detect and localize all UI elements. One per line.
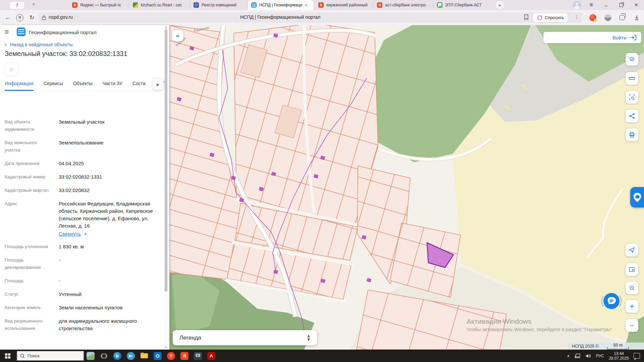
scroll-up-icon[interactable]: ▲ xyxy=(164,26,168,29)
browser-tab[interactable]: Я аст-сбербанк электронна xyxy=(374,0,433,10)
favorite-star-button[interactable]: ☆ xyxy=(5,63,18,76)
field-label: Кадастровый квартал xyxy=(5,187,52,194)
tab-divider xyxy=(190,3,190,7)
tab-divider xyxy=(129,3,129,7)
start-button[interactable] xyxy=(0,350,15,362)
yandex-browser-icon[interactable]: Y xyxy=(164,350,178,362)
profile-avatar[interactable] xyxy=(573,1,581,9)
outlook-icon[interactable]: O xyxy=(151,350,164,362)
chat-assistant-button[interactable] xyxy=(599,289,624,313)
widgets-button[interactable] xyxy=(84,350,97,362)
ruler-button[interactable] xyxy=(626,72,638,85)
refresh-button[interactable]: ↻ xyxy=(28,10,36,25)
watermark-subtitle: Чтобы активировать Windows, перейдите в … xyxy=(467,326,613,333)
legend-label: Легенда xyxy=(179,335,201,341)
yandex-search-icon[interactable]: Я xyxy=(15,10,25,25)
cadastral-map[interactable]: Киржач Ефаново xyxy=(169,25,644,350)
my-location-button[interactable] xyxy=(626,244,638,256)
action-center-icon[interactable] xyxy=(634,353,640,359)
bear-pin-icon xyxy=(632,192,643,203)
taskbar-search[interactable]: Поиск xyxy=(17,351,84,361)
layers-button[interactable] xyxy=(626,53,638,66)
collapse-panel-button[interactable]: « xyxy=(172,30,183,41)
back-to-results-link[interactable]: ‹ Назад в найденные объекты xyxy=(5,41,72,48)
volume-icon[interactable] xyxy=(585,353,591,359)
field-row: Вид земельного участкаЗемлепользование xyxy=(5,139,160,154)
zoom-in-button[interactable]: + xyxy=(626,300,638,313)
legend-expand-icon[interactable]: ∧∨ xyxy=(307,335,310,341)
language-indicator[interactable]: РУС xyxy=(596,354,604,358)
search-placeholder: Поиск xyxy=(28,353,40,358)
file-explorer-icon[interactable] xyxy=(138,350,151,362)
task-view-button[interactable] xyxy=(97,350,111,362)
screenshot-tool-icon[interactable] xyxy=(191,350,205,362)
ask-alice-button[interactable]: Спросить xyxy=(533,13,568,22)
portal-menu-icon[interactable]: ≡ xyxy=(5,28,9,36)
object-title: Земельный участок: 33:02:020832:1331 xyxy=(5,50,127,58)
tab-objects[interactable]: Объекты xyxy=(73,78,93,91)
tab-composition[interactable]: Соста xyxy=(132,78,146,91)
zoom-out-button[interactable]: − xyxy=(626,319,638,332)
toolbar-divider xyxy=(585,15,586,20)
telegram-icon[interactable] xyxy=(124,350,138,362)
scrollbar-thumb[interactable] xyxy=(165,29,167,292)
hidden-icons-chevron[interactable]: ∧ xyxy=(567,354,570,358)
downloads-icon[interactable] xyxy=(632,10,641,25)
ruler-icon xyxy=(629,75,635,82)
object-info-panel: ≡ Геоинформационный портал ‹ Назад в най… xyxy=(0,25,169,350)
minimize-button[interactable]: – xyxy=(600,0,612,10)
close-tab-icon[interactable]: × xyxy=(305,3,308,8)
nspd-assistant-tab[interactable] xyxy=(630,187,644,207)
field-value: - xyxy=(59,277,60,285)
bookmark-icon[interactable] xyxy=(524,14,529,21)
yandex-app-icon[interactable]: Я xyxy=(178,350,191,362)
alice-extension-icon[interactable] xyxy=(589,14,596,21)
restore-icon xyxy=(620,3,623,7)
field-label: Вид земельного участка xyxy=(5,139,52,154)
tab-parcel-parts[interactable]: Части ЗУ xyxy=(102,78,122,91)
share-button[interactable] xyxy=(626,110,638,122)
back-button[interactable]: ← xyxy=(3,10,12,25)
new-tab-button[interactable]: + xyxy=(496,1,504,9)
shield-extension-icon[interactable] xyxy=(604,14,611,21)
browser-tab[interactable]: ЭТП Сбербанк-АСТ xyxy=(434,0,491,10)
field-row: СтатусУчтенный xyxy=(5,291,160,298)
address-bar[interactable]: nspd.gov.ru НСПД | Геоинформационный пор… xyxy=(39,12,583,23)
tabs-scroll-right-button[interactable]: ▶ xyxy=(153,79,163,90)
login-button[interactable]: Войти xyxy=(543,32,641,43)
tab-services[interactable]: Сервисы xyxy=(44,78,63,91)
tab-title: ЭТП Сбербанк-АСТ xyxy=(445,3,482,7)
print-button[interactable] xyxy=(626,128,638,141)
tab-information[interactable]: Информация xyxy=(5,78,34,91)
browser-toolbar: ← Я ↻ nspd.gov.ru НСПД | Геоинформационн… xyxy=(0,10,644,25)
address-more-icon[interactable]: ⋮ xyxy=(573,14,580,19)
restore-window-button[interactable] xyxy=(615,0,627,10)
field-value: 33:02:020832 xyxy=(59,187,90,194)
tab-counter[interactable]: 7 xyxy=(9,1,25,9)
browser-tab[interactable]: Я киржачский районный су xyxy=(315,0,373,10)
field-row-address: Адрес Российская Федерация, Владимирская… xyxy=(5,200,160,237)
browser-tab[interactable]: kirzhach.su Reart - систем xyxy=(129,0,189,10)
tab-list-dropdown-icon[interactable]: ∨ xyxy=(32,2,35,6)
legend-bar[interactable]: Легенда ∧∨ xyxy=(173,330,317,345)
area-search-button[interactable] xyxy=(626,91,638,104)
taskbar-clock[interactable]: 13:44 28.07.2025 xyxy=(609,351,629,361)
zoom-to-object-button[interactable] xyxy=(626,282,638,294)
browser-menu-icon[interactable]: ≡ xyxy=(586,0,597,10)
field-row: Категория земельЗемли населенных пунктов xyxy=(5,304,160,311)
back-link-label: Назад в найденные объекты xyxy=(10,42,72,47)
scale-control: 50 m xyxy=(607,343,629,349)
acrobat-icon[interactable]: A xyxy=(205,350,218,362)
panel-scrollbar[interactable]: ▲ ▼ xyxy=(164,25,168,350)
collapse-address-link[interactable]: Свернуть∧ xyxy=(59,231,87,237)
browser-tab-active[interactable]: НСПД | Геоинформаци × xyxy=(248,0,314,10)
scroll-down-icon[interactable]: ▼ xyxy=(164,346,168,349)
map-canvas[interactable]: Киржач Ефаново « Войти + − xyxy=(169,25,644,350)
browser-tab[interactable]: Реестр извещений xyxy=(190,0,247,10)
browser-tab[interactable]: Я Яндекс — быстрый поиск xyxy=(69,0,128,10)
network-icon[interactable] xyxy=(575,353,581,359)
close-window-button[interactable]: × xyxy=(631,0,642,10)
minimap-button[interactable] xyxy=(626,263,638,276)
print-icon xyxy=(629,131,635,138)
edge-icon[interactable]: e xyxy=(111,350,124,362)
